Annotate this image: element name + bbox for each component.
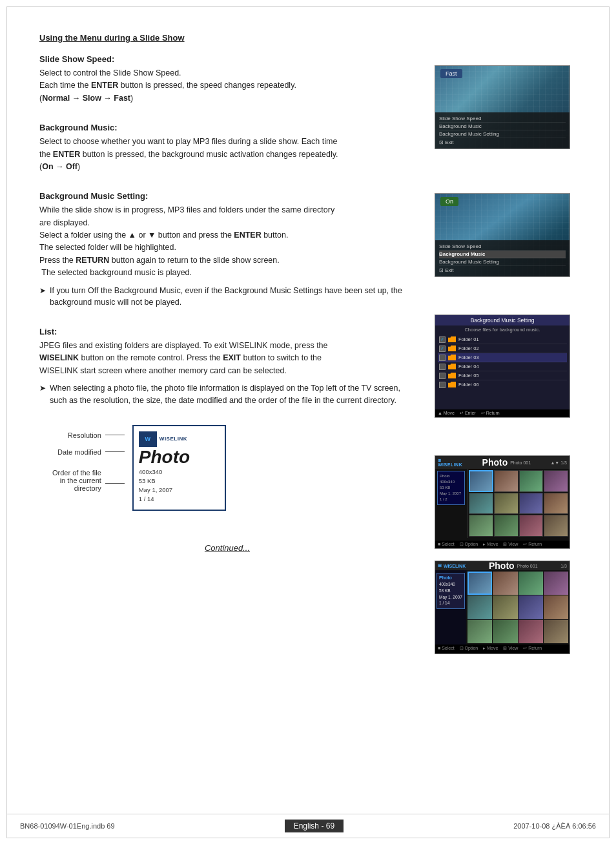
s5-thumb-9 <box>467 620 492 643</box>
page-border: Using the Menu during a Slide Show Slide… <box>6 6 610 838</box>
s5-thumb-8 <box>544 595 568 619</box>
photo-thumb-6 <box>494 493 518 515</box>
photo-thumb-7 <box>519 493 544 515</box>
s5-thumb-12 <box>544 620 568 643</box>
screen-5-brand-text: WISELINK <box>444 564 466 568</box>
photo-thumb-4 <box>544 470 568 492</box>
background-music-body: Select to choose whether you want to pla… <box>39 136 415 173</box>
wiselink-logo-icon: W <box>139 431 157 447</box>
section-background-music: Background Music: Select to choose wheth… <box>39 123 415 173</box>
folder-label-3: Folder 03 <box>458 355 479 360</box>
continued-text: Continued... <box>39 543 415 553</box>
screen-4-filename: Photo 001 <box>510 460 531 465</box>
wiselink-logo-area: W WISELINK <box>139 431 220 447</box>
date-arrow-line <box>105 451 125 452</box>
screen-4-title-area: Photo Photo 001 <box>482 457 531 468</box>
screen-2-badge: On <box>440 197 458 206</box>
s5-thumb-6 <box>493 595 517 619</box>
s5-thumb-11 <box>518 620 543 643</box>
screen-5-filename: Photo 001 <box>517 564 538 568</box>
bms-title: Background Music Setting: <box>39 191 415 201</box>
footer-right-text: 2007-10-08 ¿ÀÈÄ 6:06:56 <box>513 822 596 830</box>
wiselink-date: May 1, 2007 <box>139 486 172 493</box>
page-number-badge: English - 69 <box>285 820 344 832</box>
screen-3-bms: Background Music Setting Choose files fo… <box>435 315 570 418</box>
wiselink-photo-title: Photo <box>139 448 220 466</box>
list-title: List: <box>39 327 415 336</box>
screen-5-page: 1/3 <box>560 564 567 568</box>
screen-1-menu-item-3: Background Music Setting <box>439 130 566 138</box>
photo-thumb-9 <box>469 515 493 537</box>
screen-3-folder-5: Folder 05 <box>438 371 567 380</box>
screen-5-info-label: Photo <box>439 575 462 580</box>
wiselink-info-box: Resolution Date modified Order of the fi… <box>52 425 415 511</box>
s5-thumb-1 <box>467 572 492 595</box>
footer-option: ⊡ Option <box>460 542 478 547</box>
s5-thumb-3 <box>518 572 543 595</box>
s5-thumb-2 <box>493 572 517 595</box>
list-note-text: When selecting a photo file, the photo f… <box>50 382 415 407</box>
screen-5-logo: ⊞ WISELINK <box>438 563 466 568</box>
page-footer: BN68-01094W-01Eng.indb 69 English - 69 2… <box>7 814 609 838</box>
slide-show-speed-body: Select to control the Slide Show Speed. … <box>39 67 415 105</box>
photo-thumb-3 <box>519 470 544 492</box>
screen-1-menu-item-2: Background Music <box>439 123 566 130</box>
screen-4-info-card: Photo400x34053 KBMay 1, 20071 / 2 <box>437 471 465 505</box>
screen-4-title-text: Photo <box>482 457 508 468</box>
footer-view: ⊞ View <box>503 542 518 547</box>
wiselink-data: 400x340 53 KB May 1, 2007 1 / 14 <box>139 468 220 504</box>
s5-footer-return: ↩ Return <box>523 646 542 652</box>
photo-thumb-2 <box>494 470 518 492</box>
resolution-label-row: Resolution <box>68 431 125 439</box>
folder-icon-6 <box>448 382 456 387</box>
s5-thumb-10 <box>493 620 517 643</box>
folder-icon-2 <box>448 346 456 351</box>
screen-2-menu-item-2: Background Music <box>439 251 566 258</box>
footer-select: ■ Select <box>438 542 455 547</box>
wiselink-card: W WISELINK Photo 400x340 53 KB May 1, 20… <box>132 425 226 511</box>
screen-2-menu-item-1: Slide Show Speed <box>439 243 566 251</box>
resolution-arrow-line <box>105 435 125 435</box>
screen-3-folder-6: Folder 06 <box>438 380 567 389</box>
s5-footer-move: ▸ Move <box>483 646 498 652</box>
check-icon-2: ✓ <box>439 346 446 352</box>
section-main-title: Using the Menu during a Slide Show <box>39 33 415 43</box>
folder-label-2: Folder 02 <box>458 346 479 351</box>
left-column: Using the Menu during a Slide Show Slide… <box>39 33 415 654</box>
screen-1-menu-item-1: Slide Show Speed <box>439 115 566 123</box>
screen-4-left-info: Photo400x34053 KBMay 1, 20071 / 2 <box>435 469 467 538</box>
check-icon-5 <box>439 373 446 379</box>
content-area: Using the Menu during a Slide Show Slide… <box>7 7 609 680</box>
screen-5-title-area: Photo Photo 001 <box>489 561 538 571</box>
screen-5-body: Photo 400x340 53 KB May 1, 2007 1 / 14 <box>435 570 570 645</box>
order-label-row: Order of the filein the currentdirectory <box>52 469 125 492</box>
s5-footer-view: ⊞ View <box>503 646 518 652</box>
screen-1-slide-show-speed: Fast Slide Show Speed Background Music B… <box>435 65 570 149</box>
wiselink-resolution: 400x340 <box>139 468 162 475</box>
screen-2-menu-item-4: ⊡ Exit <box>439 266 566 274</box>
wiselink-icon-text: W <box>145 436 151 442</box>
footer-return: ↩ Return <box>523 542 542 547</box>
wiselink-order: 1 / 14 <box>139 495 154 502</box>
list-body: JPEG files and existing folders are disp… <box>39 340 415 377</box>
section-slide-show-speed: Slide Show Speed: Select to control the … <box>39 54 415 105</box>
photo-thumb-12 <box>544 515 568 537</box>
screen-4-footer: ■ Select ⊡ Option ▸ Move ⊞ View ↩ Return <box>435 541 570 548</box>
date-modified-label: Date modified <box>57 448 101 456</box>
s5-thumb-4 <box>544 572 568 595</box>
folder-icon-1 <box>448 336 456 342</box>
bms-nav-move: ▲ Move <box>438 411 455 416</box>
screen-3-subtitle: Choose files for background music. <box>435 325 570 334</box>
check-icon-6 <box>439 382 446 388</box>
screen-5-header: ⊞ WISELINK Photo Photo 001 1/3 <box>435 561 570 570</box>
screen-2-background-music: On Slide Show Speed Background Music Bac… <box>435 193 570 277</box>
screen-1-menu-item-4: ⊡ Exit <box>439 138 566 146</box>
footer-move: ▸ Move <box>483 542 498 547</box>
screen-5-size: 53 KB <box>439 588 451 593</box>
section-bms: Background Music Setting: While the slid… <box>39 191 415 309</box>
folder-label-6: Folder 06 <box>458 382 479 387</box>
folder-icon-4 <box>448 364 456 369</box>
screen-5-brand-icon: ⊞ <box>438 563 442 568</box>
folder-label-4: Folder 04 <box>458 364 479 369</box>
screen-2-menu-item-3: Background Music Setting <box>439 258 566 266</box>
